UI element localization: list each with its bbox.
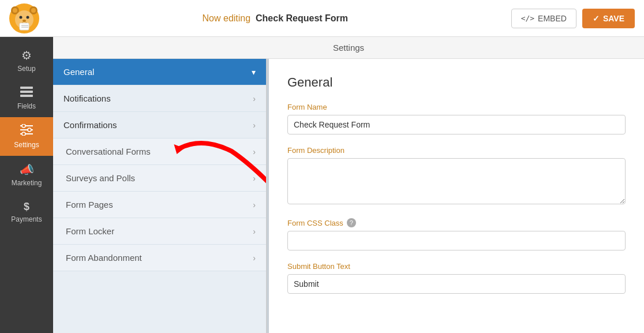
menu-item-surveys[interactable]: Surveys and Polls › (53, 165, 266, 192)
svg-point-4 (31, 8, 36, 13)
form-description-label: Form Description (287, 146, 626, 155)
svg-point-19 (28, 128, 31, 132)
sidebar-dark: ⚙ Setup Fields (0, 37, 53, 333)
svg-point-6 (20, 16, 23, 18)
menu-item-form-abandonment-label: Form Abandonment (66, 253, 142, 263)
chevron-right-icon: › (253, 174, 256, 183)
svg-point-18 (22, 124, 25, 128)
settings-menu: General ▾ Notifications › Confirmations … (53, 59, 267, 333)
menu-item-form-pages-label: Form Pages (66, 200, 113, 209)
svg-rect-14 (20, 95, 33, 97)
sidebar-item-marketing-label: Marketing (12, 179, 42, 187)
settings-bar: Settings (53, 37, 644, 59)
logo-icon (9, 3, 39, 33)
menu-item-conversational-label: Conversational Forms (66, 147, 151, 156)
embed-label: EMBED (538, 14, 567, 23)
menu-item-notifications[interactable]: Notifications › (53, 85, 266, 112)
chevron-right-icon: › (253, 121, 256, 130)
svg-rect-9 (20, 23, 29, 30)
chevron-down-icon: ▾ (252, 68, 256, 77)
chevron-right-icon: › (253, 94, 256, 103)
editing-form-name: Check Request Form (256, 13, 348, 23)
main-layout: ⚙ Setup Fields (0, 37, 644, 333)
menu-item-general[interactable]: General ▾ (53, 59, 266, 85)
chevron-right-icon: › (253, 147, 256, 156)
svg-point-7 (27, 16, 29, 18)
form-group-name: Form Name (287, 103, 626, 134)
sidebar-item-setup[interactable]: ⚙ Setup (0, 42, 53, 80)
form-name-input[interactable] (287, 115, 626, 134)
save-button[interactable]: ✓ SAVE (582, 9, 635, 28)
marketing-icon: 📣 (20, 163, 34, 177)
form-css-input[interactable] (287, 231, 626, 250)
form-description-input[interactable] (287, 158, 626, 204)
settings-bar-label: Settings (333, 43, 364, 53)
form-css-label: Form CSS Class ? (287, 218, 626, 227)
menu-item-form-abandonment[interactable]: Form Abandonment › (53, 245, 266, 271)
menu-item-form-locker-label: Form Locker (66, 226, 114, 236)
svg-rect-13 (20, 91, 33, 93)
submit-button-label: Submit Button Text (287, 262, 626, 271)
menu-item-notifications-label: Notifications (63, 93, 111, 103)
now-editing-label: Now editing (203, 13, 251, 23)
svg-point-20 (22, 132, 25, 136)
submit-button-input[interactable] (287, 274, 626, 294)
form-panel-title: General (287, 75, 626, 90)
embed-button[interactable]: </> EMBED (511, 9, 576, 28)
fields-icon (20, 87, 33, 100)
svg-point-8 (23, 20, 26, 22)
chevron-right-icon: › (253, 200, 256, 209)
chevron-right-icon: › (253, 253, 256, 263)
menu-item-conversational[interactable]: Conversational Forms › (53, 139, 266, 165)
top-header: Now editing Check Request Form </> EMBED… (0, 0, 644, 37)
logo-area (9, 3, 39, 33)
settings-layout: General ▾ Notifications › Confirmations … (53, 59, 644, 333)
save-label: SAVE (603, 14, 624, 23)
header-actions: </> EMBED ✓ SAVE (511, 9, 635, 28)
sidebar-item-settings[interactable]: Settings (0, 117, 53, 156)
form-group-submit: Submit Button Text (287, 262, 626, 294)
svg-point-3 (13, 8, 17, 13)
sidebar-item-marketing[interactable]: 📣 Marketing (0, 156, 53, 194)
menu-item-confirmations-label: Confirmations (63, 120, 117, 130)
save-check-icon: ✓ (593, 14, 600, 23)
svg-rect-12 (20, 87, 33, 89)
menu-item-form-pages[interactable]: Form Pages › (53, 192, 266, 218)
form-name-label: Form Name (287, 103, 626, 111)
menu-item-form-locker[interactable]: Form Locker › (53, 218, 266, 245)
sidebar-item-settings-label: Settings (14, 141, 39, 149)
menu-item-general-label: General (63, 67, 94, 77)
setup-icon: ⚙ (21, 48, 32, 62)
help-icon[interactable]: ? (347, 218, 356, 227)
embed-code-icon: </> (521, 14, 534, 23)
sidebar-item-setup-label: Setup (17, 65, 35, 73)
sidebar-item-fields-label: Fields (17, 102, 36, 110)
sidebar-item-payments[interactable]: $ Payments (0, 194, 53, 230)
sidebar-item-fields[interactable]: Fields (0, 80, 53, 117)
menu-item-surveys-label: Surveys and Polls (66, 173, 135, 183)
sidebar-item-payments-label: Payments (11, 215, 42, 223)
form-group-css: Form CSS Class ? (287, 218, 626, 250)
form-group-description: Form Description (287, 146, 626, 207)
menu-item-confirmations[interactable]: Confirmations › (53, 112, 266, 139)
header-center: Now editing Check Request Form (39, 13, 511, 24)
settings-icon (20, 124, 33, 139)
content-area: Settings General ▾ Notifications › Confi… (53, 37, 644, 333)
chevron-right-icon: › (253, 227, 256, 236)
form-panel: General Form Name Form Description (267, 59, 644, 333)
payments-icon: $ (24, 201, 29, 213)
